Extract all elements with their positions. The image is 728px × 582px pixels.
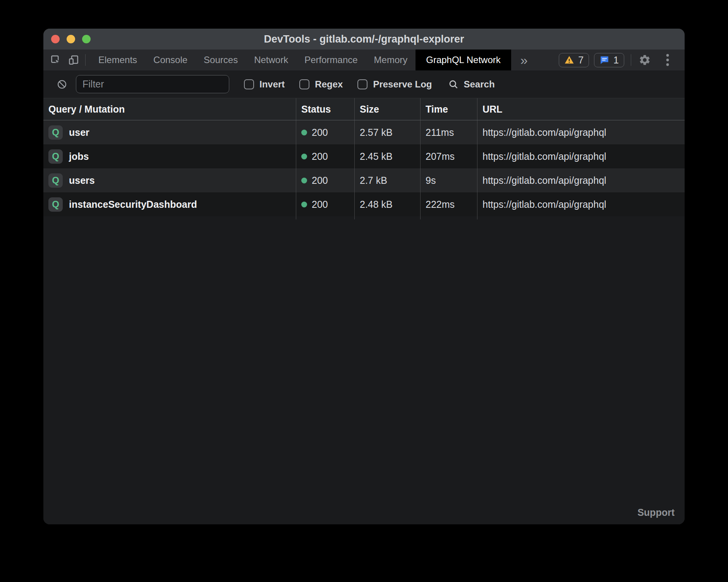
- status-code: 200: [312, 127, 328, 138]
- close-button[interactable]: [51, 35, 60, 43]
- size-cell: 2.45 kB: [354, 144, 420, 168]
- more-tabs-chevron-icon[interactable]: »: [511, 50, 537, 70]
- status-ok-dot: [301, 202, 307, 207]
- query-type-badge: Q: [48, 149, 63, 164]
- tab-network[interactable]: Network: [246, 50, 296, 70]
- tab-memory[interactable]: Memory: [366, 50, 416, 70]
- column-header-time[interactable]: Time: [420, 98, 477, 120]
- status-ok-dot: [301, 130, 307, 135]
- table-row-users[interactable]: Q users 200 2.7 kB 9s https://gitlab.com…: [43, 168, 685, 192]
- column-header-url[interactable]: URL: [477, 98, 685, 120]
- filter-input[interactable]: [76, 75, 229, 93]
- device-toolbar-icon[interactable]: [67, 53, 81, 67]
- badges-divider: [631, 54, 631, 66]
- devtools-window: DevTools - gitlab.com/-/graphql-explorer…: [43, 29, 685, 524]
- status-code: 200: [312, 175, 328, 186]
- size-cell: 2.48 kB: [354, 192, 420, 216]
- clear-block-icon[interactable]: [55, 77, 69, 91]
- panel-tabs: ElementsConsoleSourcesNetworkPerformance…: [90, 50, 511, 70]
- status-code: 200: [312, 151, 328, 162]
- query-type-badge: Q: [48, 173, 63, 188]
- toolbar-divider: [85, 54, 86, 66]
- titlebar: DevTools - gitlab.com/-/graphql-explorer: [43, 29, 685, 50]
- search-icon: [448, 79, 459, 90]
- devtools-tabbar: ElementsConsoleSourcesNetworkPerformance…: [43, 50, 685, 70]
- checkbox-box[interactable]: [357, 79, 367, 89]
- tab-sources[interactable]: Sources: [196, 50, 246, 70]
- checkbox-box[interactable]: [299, 79, 309, 89]
- messages-badge[interactable]: 1: [594, 53, 624, 67]
- table-row-instanceSecurityDashboard[interactable]: Q instanceSecurityDashboard 200 2.48 kB …: [43, 192, 685, 216]
- size-cell: 2.7 kB: [354, 168, 420, 192]
- column-header-status[interactable]: Status: [296, 98, 354, 120]
- status-code: 200: [312, 199, 328, 210]
- url-cell: https://gitlab.com/api/graphql: [477, 120, 685, 144]
- checkbox-regex[interactable]: Regex: [299, 79, 343, 90]
- query-type-badge: Q: [48, 197, 63, 212]
- table-row-jobs[interactable]: Q jobs 200 2.45 kB 207ms https://gitlab.…: [43, 144, 685, 168]
- settings-gear-icon[interactable]: [638, 53, 652, 67]
- url-cell: https://gitlab.com/api/graphql: [477, 192, 685, 216]
- time-cell: 207ms: [420, 144, 477, 168]
- url-cell: https://gitlab.com/api/graphql: [477, 168, 685, 192]
- query-name: instanceSecurityDashboard: [69, 199, 197, 210]
- query-name: users: [69, 175, 95, 186]
- search-label: Search: [464, 79, 494, 90]
- time-cell: 9s: [420, 168, 477, 192]
- zoom-button[interactable]: [82, 35, 91, 43]
- warnings-count: 7: [578, 55, 584, 66]
- warnings-badge[interactable]: 7: [559, 53, 589, 67]
- filter-toolbar: Invert Regex Preserve Log Search: [43, 70, 685, 98]
- minimize-button[interactable]: [67, 35, 75, 43]
- size-cell: 2.57 kB: [354, 120, 420, 144]
- tab-graphql-network[interactable]: GraphQL Network: [416, 50, 511, 70]
- query-name: jobs: [69, 151, 89, 162]
- time-cell: 222ms: [420, 192, 477, 216]
- checkbox-preserve-log[interactable]: Preserve Log: [357, 79, 432, 90]
- url-cell: https://gitlab.com/api/graphql: [477, 144, 685, 168]
- inspect-element-icon[interactable]: [49, 53, 63, 67]
- filter-checkboxes: Invert Regex Preserve Log: [229, 79, 432, 90]
- warning-icon: [564, 55, 574, 65]
- table-header: Query / Mutation Status Size Time URL: [43, 98, 685, 120]
- traffic-lights: [51, 29, 91, 50]
- search-group[interactable]: Search: [448, 79, 494, 90]
- support-link[interactable]: Support: [637, 507, 675, 518]
- column-header-size[interactable]: Size: [354, 98, 420, 120]
- table-row-user[interactable]: Q user 200 2.57 kB 211ms https://gitlab.…: [43, 120, 685, 144]
- status-ok-dot: [301, 178, 307, 183]
- table-body: Q user 200 2.57 kB 211ms https://gitlab.…: [43, 120, 685, 524]
- window-title: DevTools - gitlab.com/-/graphql-explorer: [43, 33, 685, 45]
- tab-performance[interactable]: Performance: [296, 50, 366, 70]
- query-name: user: [69, 127, 89, 138]
- status-ok-dot: [301, 154, 307, 159]
- tabbar-right-group: 7 1: [559, 53, 685, 67]
- messages-count: 1: [613, 55, 619, 66]
- message-icon: [599, 55, 610, 65]
- kebab-menu-icon[interactable]: [661, 53, 675, 67]
- column-header-query[interactable]: Query / Mutation: [43, 98, 296, 120]
- tab-console[interactable]: Console: [145, 50, 196, 70]
- checkbox-invert[interactable]: Invert: [244, 79, 285, 90]
- column-divider-stub: [43, 216, 685, 219]
- checkbox-box[interactable]: [244, 79, 254, 89]
- time-cell: 211ms: [420, 120, 477, 144]
- query-type-badge: Q: [48, 125, 63, 140]
- tab-elements[interactable]: Elements: [90, 50, 145, 70]
